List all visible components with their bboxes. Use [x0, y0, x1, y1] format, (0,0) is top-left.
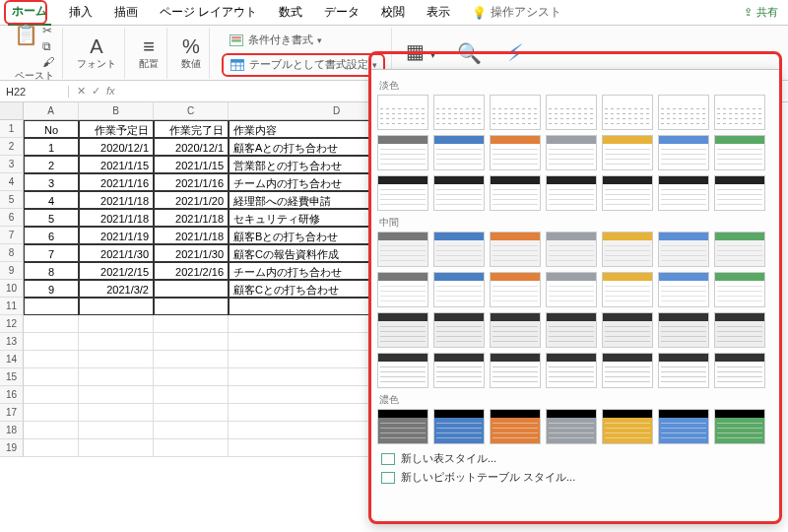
cell[interactable] [154, 368, 229, 386]
table-style-swatch[interactable] [714, 95, 765, 130]
cell[interactable]: 9 [24, 280, 79, 298]
cell[interactable] [24, 351, 79, 368]
cell[interactable] [154, 351, 229, 368]
cell[interactable]: 8 [24, 262, 79, 280]
column-header[interactable]: C [154, 102, 229, 120]
table-style-swatch[interactable] [714, 175, 765, 211]
table-style-swatch[interactable] [377, 312, 428, 348]
copy-icon[interactable]: ⧉ [42, 39, 54, 53]
cell[interactable]: 2 [24, 156, 79, 173]
table-style-swatch[interactable] [658, 95, 709, 130]
cell[interactable]: 作業完了日 [154, 120, 229, 138]
cell[interactable]: 2021/2/16 [154, 262, 229, 280]
row-header[interactable]: 19 [0, 439, 24, 457]
cell[interactable]: 6 [24, 227, 79, 244]
table-style-swatch[interactable] [490, 135, 541, 170]
row-header[interactable]: 13 [0, 333, 24, 351]
group-number[interactable]: % 数値 [173, 28, 210, 79]
cell[interactable] [24, 422, 79, 439]
cell[interactable]: 2021/1/18 [154, 209, 229, 227]
cell[interactable]: 4 [24, 191, 79, 209]
table-style-swatch[interactable] [377, 409, 428, 444]
cell[interactable]: 2021/1/15 [79, 156, 154, 173]
row-header[interactable]: 12 [0, 315, 24, 333]
cancel-icon[interactable]: ✕ [77, 85, 86, 98]
cut-icon[interactable]: ✂︎ [42, 24, 54, 37]
table-style-swatch[interactable] [377, 135, 428, 170]
row-header[interactable]: 3 [0, 156, 24, 173]
cell[interactable]: 2020/12/1 [154, 138, 229, 156]
tell-me[interactable]: 💡 操作アシスト [468, 0, 565, 25]
cell[interactable] [154, 315, 229, 333]
cell[interactable] [154, 333, 229, 351]
cell[interactable] [79, 439, 154, 457]
table-style-swatch[interactable] [658, 272, 709, 307]
conditional-formatting-button[interactable]: 条件付き書式 ▾ [222, 30, 385, 51]
cell[interactable] [79, 386, 154, 404]
cell[interactable] [154, 404, 229, 422]
table-style-swatch[interactable] [658, 312, 709, 348]
tab-review[interactable]: 校閲 [377, 0, 409, 25]
cell[interactable] [24, 404, 79, 422]
row-header[interactable]: 11 [0, 298, 24, 315]
cell[interactable] [79, 404, 154, 422]
cell[interactable]: 2020/12/1 [79, 138, 154, 156]
row-header[interactable]: 10 [0, 280, 24, 298]
cell[interactable]: 2021/2/15 [79, 262, 154, 280]
table-style-swatch[interactable] [490, 175, 541, 211]
row-header[interactable]: 5 [0, 191, 24, 209]
cell[interactable]: 2021/1/15 [154, 156, 229, 173]
row-header[interactable]: 14 [0, 351, 24, 368]
cell[interactable]: 2021/1/30 [154, 244, 229, 262]
row-header[interactable]: 4 [0, 173, 24, 191]
row-header[interactable]: 9 [0, 262, 24, 280]
cell[interactable] [154, 422, 229, 439]
cell[interactable]: 2021/1/18 [154, 227, 229, 244]
table-style-swatch[interactable] [490, 232, 541, 267]
row-header[interactable]: 6 [0, 209, 24, 227]
table-style-swatch[interactable] [602, 353, 653, 388]
table-style-swatch[interactable] [658, 175, 709, 211]
table-style-swatch[interactable] [377, 95, 428, 130]
row-header[interactable]: 2 [0, 138, 24, 156]
cell[interactable] [24, 333, 79, 351]
table-style-swatch[interactable] [546, 135, 597, 170]
table-style-swatch[interactable] [490, 95, 541, 130]
cell[interactable]: 2021/1/19 [79, 227, 154, 244]
name-box[interactable]: H22 [0, 86, 69, 98]
table-style-swatch[interactable] [546, 95, 597, 130]
format-as-table-button[interactable]: テーブルとして書式設定 ▾ [222, 53, 385, 77]
cell[interactable]: 2021/1/30 [79, 244, 154, 262]
cell[interactable]: 2021/1/16 [79, 173, 154, 191]
cell[interactable] [79, 315, 154, 333]
row-header[interactable]: 16 [0, 386, 24, 404]
table-style-swatch[interactable] [433, 95, 485, 130]
table-style-swatch[interactable] [433, 232, 485, 267]
table-style-swatch[interactable] [546, 409, 597, 444]
new-table-style[interactable]: 新しい表スタイル... [377, 449, 773, 468]
cell[interactable]: 1 [24, 138, 79, 156]
format-painter-icon[interactable]: 🖌︎ [42, 55, 54, 69]
column-header[interactable]: A [24, 102, 79, 120]
cell[interactable] [24, 315, 79, 333]
select-all-corner[interactable] [0, 102, 24, 120]
cell[interactable]: 3 [24, 173, 79, 191]
cell[interactable] [154, 298, 229, 315]
row-header[interactable]: 15 [0, 368, 24, 386]
table-style-swatch[interactable] [602, 95, 653, 130]
table-style-swatch[interactable] [658, 353, 709, 388]
table-style-swatch[interactable] [433, 312, 485, 348]
table-style-swatch[interactable] [546, 232, 597, 267]
cell[interactable] [154, 439, 229, 457]
table-style-swatch[interactable] [602, 272, 653, 307]
table-style-swatch[interactable] [433, 175, 485, 211]
cell[interactable] [79, 333, 154, 351]
cell[interactable]: 2021/1/18 [79, 209, 154, 227]
table-style-swatch[interactable] [490, 312, 541, 348]
table-style-swatch[interactable] [546, 272, 597, 307]
table-style-swatch[interactable] [602, 312, 653, 348]
table-style-swatch[interactable] [490, 353, 541, 388]
table-style-swatch[interactable] [658, 232, 709, 267]
cell[interactable]: 作業予定日 [79, 120, 154, 138]
cell[interactable] [79, 422, 154, 439]
